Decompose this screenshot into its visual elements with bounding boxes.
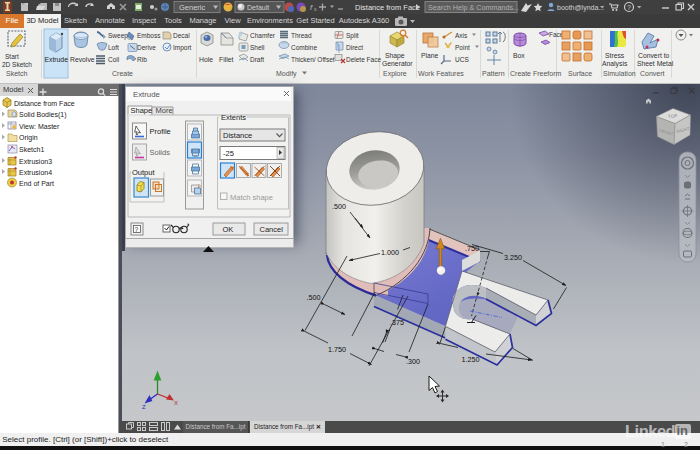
svg-text:Cancel: Cancel	[260, 225, 284, 234]
svg-text:Stress: Stress	[605, 52, 625, 59]
svg-text:f: f	[310, 3, 313, 12]
svg-text:.300: .300	[406, 357, 420, 366]
svg-text:Sheet Metal: Sheet Metal	[637, 60, 674, 67]
svg-text:Extents: Extents	[221, 113, 246, 122]
svg-text:Distance: Distance	[223, 131, 252, 140]
svg-text:Z: Z	[142, 404, 146, 410]
svg-text:Modify: Modify	[276, 70, 297, 78]
svg-text:Match shape: Match shape	[230, 193, 273, 202]
svg-text:booth@lynda...: booth@lynda...	[557, 4, 604, 12]
svg-text:Thread: Thread	[291, 32, 312, 39]
svg-text:Coil: Coil	[108, 56, 120, 63]
svg-text:Output: Output	[132, 168, 155, 177]
svg-text:Distance from Face: Distance from Face	[14, 100, 75, 107]
svg-text:Default: Default	[247, 4, 269, 11]
svg-text:TOP: TOP	[668, 113, 677, 119]
svg-text:Sketch: Sketch	[6, 70, 28, 77]
svg-text:Surface: Surface	[568, 70, 592, 77]
svg-text:Profile: Profile	[150, 127, 171, 136]
svg-text:Start: Start	[5, 53, 19, 60]
svg-text:Box: Box	[513, 52, 525, 59]
svg-text:Derive: Derive	[137, 44, 156, 51]
svg-text:Distance from Face: Distance from Face	[355, 3, 420, 12]
svg-text:Revolve: Revolve	[70, 56, 95, 63]
svg-text:Shape: Shape	[385, 52, 405, 60]
svg-text:Analysis: Analysis	[602, 60, 628, 68]
svg-text:Split: Split	[346, 32, 359, 40]
svg-text:Decal: Decal	[173, 32, 190, 39]
svg-text:1.000: 1.000	[381, 248, 399, 257]
svg-text:Import: Import	[173, 44, 192, 52]
svg-text:More: More	[156, 106, 173, 115]
svg-text:Convert to: Convert to	[638, 52, 670, 59]
svg-text:Shell: Shell	[250, 44, 265, 51]
svg-text:Generator: Generator	[382, 60, 413, 67]
svg-text:x: x	[314, 6, 317, 12]
svg-text:.500: .500	[332, 202, 346, 211]
svg-text:Fillet: Fillet	[219, 56, 233, 63]
svg-text:.500: .500	[307, 293, 321, 302]
svg-text:.375: .375	[390, 318, 404, 327]
svg-text:Solid Bodies(1): Solid Bodies(1)	[19, 111, 66, 119]
svg-text:Convert: Convert	[640, 70, 665, 77]
svg-text:Work Features: Work Features	[418, 70, 464, 77]
svg-text:Point: Point	[455, 44, 470, 51]
svg-text:Generic: Generic	[179, 3, 206, 12]
svg-text:OK: OK	[223, 225, 234, 234]
svg-text:Create Freeform: Create Freeform	[510, 70, 562, 77]
svg-text:X: X	[174, 400, 178, 406]
svg-text:1.750: 1.750	[328, 345, 346, 354]
svg-text:Thicken/ Offset: Thicken/ Offset	[291, 56, 335, 63]
svg-text:Extrude: Extrude	[45, 56, 69, 63]
svg-text:UCS: UCS	[455, 56, 469, 63]
svg-text:Loft: Loft	[108, 44, 119, 51]
svg-text:Search Help & Commands...: Search Help & Commands...	[428, 3, 519, 12]
svg-text:Solids: Solids	[150, 148, 171, 157]
svg-text:Direct: Direct	[346, 44, 363, 51]
svg-text:Rib: Rib	[137, 56, 147, 63]
svg-text:Create: Create	[112, 70, 133, 77]
svg-text:?: ?	[627, 4, 631, 11]
svg-text:Explore: Explore	[383, 70, 407, 78]
svg-text:View: Master: View: Master	[19, 123, 60, 130]
svg-text:Shape: Shape	[131, 106, 153, 115]
svg-text:Combine: Combine	[291, 44, 317, 51]
svg-text:Hole: Hole	[199, 56, 213, 63]
svg-text:?: ?	[135, 226, 139, 233]
svg-text:.750: .750	[465, 244, 479, 253]
svg-text:Pattern: Pattern	[482, 70, 505, 77]
svg-text:Chamfer: Chamfer	[250, 32, 276, 39]
svg-text:Extrusion3: Extrusion3	[19, 158, 52, 165]
svg-text:Sketch1: Sketch1	[19, 146, 44, 153]
svg-text:2D Sketch: 2D Sketch	[2, 61, 32, 68]
svg-text:3.250: 3.250	[504, 253, 522, 262]
svg-text:Axis: Axis	[455, 32, 468, 39]
svg-text:Origin: Origin	[19, 134, 38, 142]
svg-text:1.250: 1.250	[462, 355, 480, 364]
svg-text:Plane: Plane	[421, 52, 439, 59]
svg-text:Extrude: Extrude	[133, 90, 160, 99]
svg-text:Sweep: Sweep	[108, 32, 128, 40]
svg-text:Emboss: Emboss	[137, 32, 161, 39]
svg-text:Draft: Draft	[250, 56, 264, 63]
svg-text:Extrusion4: Extrusion4	[19, 169, 52, 176]
svg-text:Delete Face: Delete Face	[346, 56, 381, 63]
svg-text:Simulation: Simulation	[603, 70, 636, 77]
svg-text:-25: -25	[223, 149, 234, 158]
svg-text:End of Part: End of Part	[19, 180, 54, 187]
